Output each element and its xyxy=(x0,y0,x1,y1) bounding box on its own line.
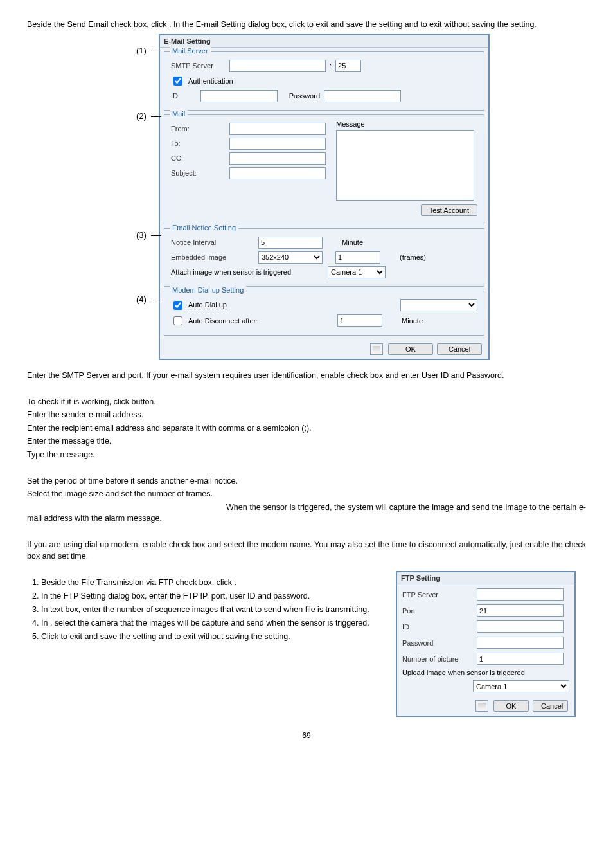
ftp-step-3: In text box, enter the number of sequenc… xyxy=(41,604,388,615)
modem-dialup-group: Modem Dial up Setting Auto Dial up Auto … xyxy=(164,291,484,336)
ftp-server-label: FTP Server xyxy=(402,591,473,599)
ftp-pass-label: Password xyxy=(402,639,473,647)
ftp-num-label: Number of picture xyxy=(402,655,473,663)
para-test-b: button. xyxy=(132,397,156,406)
message-textarea[interactable] xyxy=(336,130,474,201)
email-notice-group: Email Notice Setting Notice Interval Min… xyxy=(164,228,484,287)
ftp5b: to exit and save the setting and xyxy=(61,632,175,641)
attach-camera-select[interactable]: Camera 1 xyxy=(328,266,386,278)
ftp5a: Click xyxy=(41,632,61,641)
subject-label: Subject: xyxy=(171,169,226,177)
port-colon: : xyxy=(330,62,332,69)
para-sensor: When the sensor is triggered, the system… xyxy=(27,502,586,525)
minute-label-2: Minute xyxy=(402,317,423,325)
cc-label: CC: xyxy=(171,154,226,162)
intro-t3: to exit and save the setting and xyxy=(307,20,421,29)
auto-disconnect-label: Auto Disconnect after: xyxy=(188,317,272,325)
from-label: From: xyxy=(171,125,226,132)
para-modem-b: check box and select the modem name. You… xyxy=(169,540,565,549)
minute-label: Minute xyxy=(342,239,363,246)
callout-4: (4) xyxy=(136,294,147,304)
mail-server-group: Mail Server SMTP Server : Authentication… xyxy=(164,51,484,111)
password-input[interactable] xyxy=(324,90,401,102)
notice-interval-label: Notice Interval xyxy=(171,239,254,246)
subject-input[interactable] xyxy=(229,167,326,179)
para-test-a: To check if it is working, click xyxy=(27,397,132,406)
ftp-camera-select[interactable]: Camera 1 xyxy=(473,680,569,692)
id-label: ID xyxy=(171,92,197,100)
smtp-input[interactable] xyxy=(229,60,326,72)
ftp-step-5: Click to exit and save the setting and t… xyxy=(41,631,388,642)
page-number: 69 xyxy=(27,731,586,740)
para-recipient: Enter the recipient email address and se… xyxy=(27,423,586,435)
to-input[interactable] xyxy=(229,138,326,150)
email-setting-dialog: E-Mail Setting Mail Server SMTP Server :… xyxy=(159,34,490,360)
embedded-frames-input[interactable] xyxy=(335,251,380,264)
ftp-step-1: Beside the File Transmission via FTP che… xyxy=(41,577,388,588)
intro-t4: to exit without saving the setting. xyxy=(420,20,537,29)
auto-disconnect-checkbox[interactable] xyxy=(173,316,182,325)
mail-server-label: Mail Server xyxy=(170,47,211,55)
ftp-steps-list: Beside the File Transmission via FTP che… xyxy=(27,577,388,642)
ftp-port-label: Port xyxy=(402,607,473,615)
cc-input[interactable] xyxy=(229,152,326,165)
ftp-port-input[interactable] xyxy=(477,604,564,617)
auto-dialup-checkbox[interactable] xyxy=(173,301,182,310)
para-sender: Enter the sender e-mail address. xyxy=(27,410,586,421)
smtp-label: SMTP Server xyxy=(171,62,226,69)
cancel-button[interactable]: Cancel xyxy=(437,343,482,355)
ftp-step-2: In the FTP Setting dialog box, enter the… xyxy=(41,591,388,602)
ftp-ok-button[interactable]: OK xyxy=(493,700,529,712)
auth-label: Authentication xyxy=(188,77,233,85)
modem-dialup-label: Modem Dial up Setting xyxy=(170,286,246,294)
auth-checkbox[interactable] xyxy=(173,77,182,86)
ftp-id-label: ID xyxy=(402,623,473,631)
password-label: Password xyxy=(281,92,320,100)
from-input[interactable] xyxy=(229,123,326,135)
callout-1: (1) xyxy=(136,46,147,55)
ftp5c: to exit without saving the setting. xyxy=(174,632,290,641)
para-modem-a: If you are using dial up modem, enable xyxy=(27,540,169,549)
ftp-setting-dialog: FTP Setting FTP Server Port ID Password … xyxy=(396,571,576,717)
email-notice-label: Email Notice Setting xyxy=(170,224,238,231)
id-input[interactable] xyxy=(200,90,278,102)
notice-interval-input[interactable] xyxy=(258,237,323,249)
port-input[interactable] xyxy=(335,60,361,72)
keyboard-icon-2[interactable] xyxy=(475,700,488,712)
modem-select[interactable] xyxy=(400,299,477,311)
to-label: To: xyxy=(171,140,226,147)
ftp-server-input[interactable] xyxy=(477,588,564,601)
keyboard-icon[interactable] xyxy=(370,343,383,355)
para-period: Set the period of time before it sends a… xyxy=(27,476,586,487)
ftp-step-4: In , select the camera that the images w… xyxy=(41,618,388,629)
embedded-image-label: Embedded image xyxy=(171,253,254,261)
intro-paragraph: Beside the Send Email check box, click .… xyxy=(27,19,586,30)
ftp-cancel-button[interactable]: Cancel xyxy=(533,700,568,712)
para-imgsize: Select the image size and set the number… xyxy=(27,489,586,500)
callout-3: (3) xyxy=(136,230,147,240)
mail-group-label: Mail xyxy=(170,110,188,118)
callout-2: (2) xyxy=(136,111,147,121)
embedded-size-select[interactable]: 352x240 xyxy=(258,251,323,264)
ftp-num-input[interactable] xyxy=(477,653,564,665)
ftp-id-input[interactable] xyxy=(477,620,564,633)
message-label: Message xyxy=(336,120,474,128)
ftp-upload-label: Upload image when sensor is triggered xyxy=(402,669,525,676)
intro-t1: Beside the Send Email check box, click xyxy=(27,20,169,29)
mail-group: Mail From: To: CC: Subject: Message Test… xyxy=(164,114,484,224)
ftp-pass-input[interactable] xyxy=(477,637,564,649)
test-account-button[interactable]: Test Account xyxy=(421,204,477,216)
attach-image-label: Attach image when sensor is triggered xyxy=(171,268,324,276)
body-text: Enter the SMTP Server and port. If your … xyxy=(27,370,586,563)
para-smtp: Enter the SMTP Server and port. If your … xyxy=(27,370,586,382)
ftp-dialog-title: FTP Setting xyxy=(397,572,574,584)
intro-t2: . In the E-mail Setting dialog box, clic… xyxy=(169,20,307,29)
frames-label: (frames) xyxy=(400,253,426,261)
auto-disconnect-input[interactable] xyxy=(337,314,382,327)
dialog-title: E-Mail Setting xyxy=(160,35,488,48)
ok-button[interactable]: OK xyxy=(388,343,433,355)
para-message: Type the message. xyxy=(27,449,586,461)
auto-dialup-label: Auto Dial up xyxy=(188,301,227,309)
para-title: Enter the message title. xyxy=(27,436,586,448)
